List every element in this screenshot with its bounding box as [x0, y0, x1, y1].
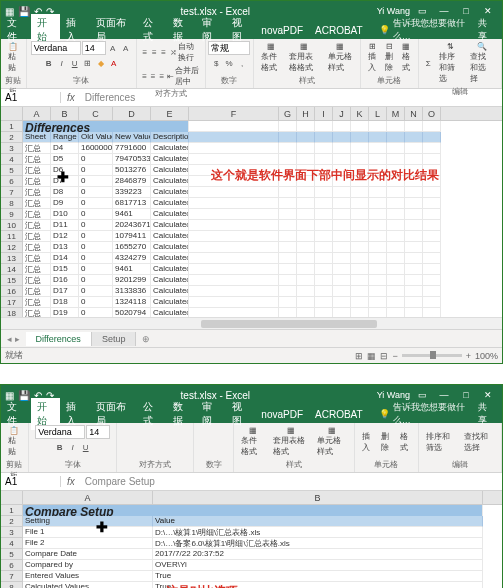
table-row[interactable]: 15汇总D1609201299Calculated Value Changed.	[1, 275, 502, 286]
underline-icon[interactable]: U	[80, 441, 92, 453]
cell-style-button[interactable]: ▦单元格样式	[325, 41, 357, 74]
insert-button[interactable]: ⊞插入	[365, 41, 380, 74]
zoom-slider[interactable]	[402, 354, 462, 357]
find-button[interactable]: 查找和选择	[461, 430, 497, 454]
maximize-icon[interactable]: □	[456, 6, 476, 16]
fx-icon[interactable]: fx	[61, 476, 81, 487]
fx-icon[interactable]: fx	[61, 92, 81, 103]
delete-button[interactable]: ⊟删除	[382, 41, 397, 74]
sheet-tab-differences[interactable]: Differences	[26, 332, 92, 346]
find-button[interactable]: 🔍查找和选择	[467, 41, 497, 85]
tab-novapdf[interactable]: novaPDF	[255, 23, 309, 38]
font-color-icon[interactable]: A	[108, 57, 120, 69]
table-row[interactable]: 12汇总D1301655270Calculated Value Changed.	[1, 242, 502, 253]
format-button[interactable]: ▦格式	[399, 41, 414, 74]
indent-dec-icon[interactable]: ⇤	[167, 70, 175, 82]
table-row[interactable]: 5Compare Date2017/7/22 20:37:52	[1, 549, 502, 560]
cell-style-button[interactable]: ▦单元格样式	[314, 425, 350, 458]
zoom-out-icon[interactable]: −	[392, 351, 397, 361]
user-name[interactable]: Yi Wang	[377, 6, 410, 16]
font-size-select[interactable]: 14	[82, 41, 106, 55]
table-row[interactable]: 8汇总D906817713Calculated Value Changed.	[1, 198, 502, 209]
sort-button[interactable]: 排序和筛选	[423, 430, 459, 454]
table-row[interactable]: 5汇总D605013276Calculated Value Changed.	[1, 165, 502, 176]
formula-input[interactable]: Compare Setup	[81, 476, 502, 487]
table-row[interactable]: 10汇总D11020243671Calculated Value Changed…	[1, 220, 502, 231]
ribbon-display-icon[interactable]: ▭	[412, 390, 432, 400]
horizontal-scrollbar[interactable]	[1, 317, 502, 329]
table-row[interactable]: 7Entered ValuesTrue	[1, 571, 502, 582]
percent-icon[interactable]: %	[223, 57, 235, 69]
maximize-icon[interactable]: □	[456, 390, 476, 400]
formula-input[interactable]: Differences	[81, 92, 502, 103]
align-mid-icon[interactable]: ≡	[150, 46, 158, 58]
cond-format-button[interactable]: ▦条件格式	[238, 425, 268, 458]
table-row[interactable]: 7汇总D80339223Calculated Value Changed.	[1, 187, 502, 198]
grid[interactable]: ABCDEFGHIJKLMNO1Differences2SheetRangeOl…	[1, 107, 502, 317]
tell-me[interactable]: 💡告诉我您想要做什么…	[379, 17, 471, 43]
view-layout-icon[interactable]: ▦	[367, 351, 376, 361]
tell-me[interactable]: 💡告诉我您想要做什么…	[379, 401, 471, 427]
fill-color-icon[interactable]: ◆	[95, 57, 107, 69]
tab-acrobat[interactable]: ACROBAT	[309, 23, 369, 38]
close-icon[interactable]: ✕	[478, 390, 498, 400]
minimize-icon[interactable]: —	[434, 6, 454, 16]
sheet-tab-setup[interactable]: Setup	[92, 332, 137, 346]
table-row[interactable]: 8Calculated ValuesTrue	[1, 582, 502, 588]
grid[interactable]: AB1Compare Setup2SettingValue3File 1D:\……	[1, 491, 502, 588]
italic-icon[interactable]: I	[56, 57, 68, 69]
table-row[interactable]: 14汇总D1509461Calculated Value Changed.	[1, 264, 502, 275]
table-row[interactable]: 16汇总D1703133836Calculated Value Changed.	[1, 286, 502, 297]
shrink-font-icon[interactable]: A	[120, 42, 132, 54]
sheet-nav-prev[interactable]: ◂ ▸	[1, 334, 26, 344]
view-normal-icon[interactable]: ⊞	[355, 351, 363, 361]
table-format-button[interactable]: ▦套用表格格式	[286, 41, 323, 74]
minimize-icon[interactable]: —	[434, 390, 454, 400]
font-size-select[interactable]: 14	[86, 425, 110, 439]
delete-button[interactable]: 删除	[378, 430, 395, 454]
align-left-icon[interactable]: ≡	[141, 70, 149, 82]
tab-novapdf[interactable]: novaPDF	[255, 407, 309, 422]
cond-format-button[interactable]: ▦条件格式	[258, 41, 284, 74]
view-break-icon[interactable]: ⊟	[380, 351, 388, 361]
sheet-add-icon[interactable]: ⊕	[136, 334, 156, 344]
font-name-select[interactable]: Verdana	[31, 41, 81, 55]
align-center-icon[interactable]: ≡	[149, 70, 157, 82]
currency-icon[interactable]: $	[210, 57, 222, 69]
number-format-select[interactable]: 常规	[208, 41, 250, 55]
table-row[interactable]: 4File 2D:\…\备案6.0\核算1\明细\汇总表格.xls	[1, 538, 502, 549]
border-icon[interactable]: ⊞	[82, 57, 94, 69]
zoom-level[interactable]: 100%	[475, 351, 498, 361]
close-icon[interactable]: ✕	[478, 6, 498, 16]
insert-button[interactable]: 插入	[359, 430, 376, 454]
align-right-icon[interactable]: ≡	[158, 70, 166, 82]
table-row[interactable]: 6Compared byOVER\Yi	[1, 560, 502, 571]
table-row[interactable]: 4汇总D5079470533Calculated Value Changed.	[1, 154, 502, 165]
name-box[interactable]: A1	[1, 476, 61, 487]
table-row[interactable]: 13汇总D1404324279Calculated Value Changed.	[1, 253, 502, 264]
comma-icon[interactable]: ,	[236, 57, 248, 69]
italic-icon[interactable]: I	[67, 441, 79, 453]
align-bot-icon[interactable]: ≡	[159, 46, 167, 58]
table-format-button[interactable]: ▦套用表格格式	[270, 425, 312, 458]
bold-icon[interactable]: B	[43, 57, 55, 69]
bold-icon[interactable]: B	[54, 441, 66, 453]
format-button[interactable]: 格式	[397, 430, 414, 454]
table-row[interactable]: 18汇总D1905020794Calculated Value Changed.	[1, 308, 502, 317]
font-name-select[interactable]: Verdana	[35, 425, 85, 439]
zoom-in-icon[interactable]: +	[466, 351, 471, 361]
table-row[interactable]: 17汇总D1801324118Calculated Value Changed.	[1, 297, 502, 308]
name-box[interactable]: A1	[1, 92, 61, 103]
grow-font-icon[interactable]: A	[107, 42, 119, 54]
tab-acrobat[interactable]: ACROBAT	[309, 407, 369, 422]
align-top-icon[interactable]: ≡	[141, 46, 149, 58]
wrap-button[interactable]: 自动换行	[178, 41, 200, 63]
sum-button[interactable]: Σ	[423, 58, 434, 69]
table-row[interactable]: 3汇总D416000007791600Calculated Value Chan…	[1, 143, 502, 154]
user-name[interactable]: Yi Wang	[377, 390, 410, 400]
sort-button[interactable]: ⇅排序和筛选	[436, 41, 466, 85]
merge-button[interactable]: 合并后居中	[175, 65, 200, 87]
table-row[interactable]: 9汇总D1009461Calculated Value Changed.	[1, 209, 502, 220]
table-row[interactable]: 3File 1D:\…\核算1\明细\汇总表格.xls	[1, 527, 502, 538]
orient-icon[interactable]: ⤭	[169, 46, 177, 58]
